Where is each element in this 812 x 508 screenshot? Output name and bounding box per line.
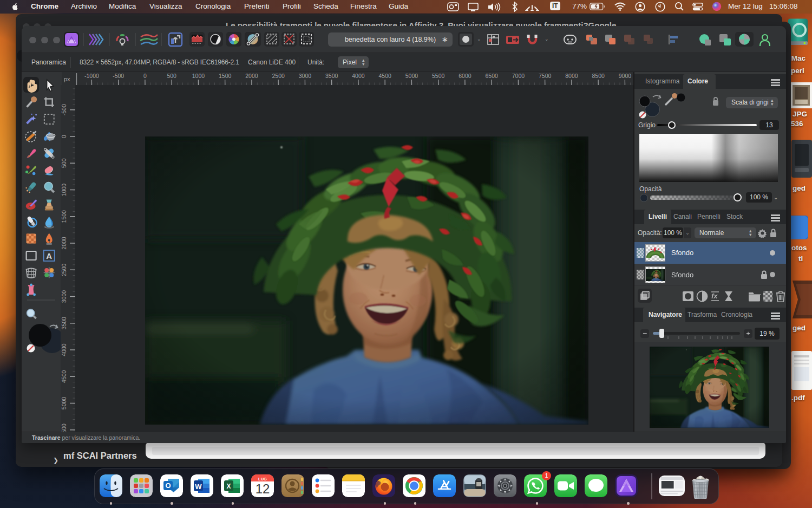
svg-text:0: 0 xyxy=(61,135,67,138)
svg-text:7500: 7500 xyxy=(539,73,552,79)
svg-text:5500: 5500 xyxy=(432,73,445,79)
svg-text:1000: 1000 xyxy=(61,184,67,197)
svg-text:2000: 2000 xyxy=(245,73,258,79)
svg-text:X: X xyxy=(226,483,231,490)
svg-text:2500: 2500 xyxy=(272,73,285,79)
svg-text:-500: -500 xyxy=(61,104,67,115)
svg-text:A: A xyxy=(46,251,52,260)
svg-text:1500: 1500 xyxy=(61,210,67,223)
svg-text:2500: 2500 xyxy=(61,263,67,276)
svg-text:5500: 5500 xyxy=(61,424,67,432)
svg-text:500: 500 xyxy=(61,158,67,168)
svg-text:6000: 6000 xyxy=(459,73,472,79)
svg-text:O: O xyxy=(165,481,171,490)
svg-text:4500: 4500 xyxy=(378,73,391,79)
svg-text:3000: 3000 xyxy=(61,290,67,303)
svg-text:-1000: -1000 xyxy=(84,73,99,79)
svg-text:LUG: LUG xyxy=(258,477,267,481)
svg-text:4000: 4000 xyxy=(61,343,67,356)
svg-text:-500: -500 xyxy=(113,73,124,79)
svg-text:5000: 5000 xyxy=(405,73,418,79)
svg-text:1500: 1500 xyxy=(219,73,232,79)
svg-text:5000: 5000 xyxy=(61,397,67,410)
svg-text:4000: 4000 xyxy=(352,73,365,79)
svg-text:6500: 6500 xyxy=(485,73,498,79)
svg-text:8500: 8500 xyxy=(592,73,605,79)
svg-text:3000: 3000 xyxy=(299,73,312,79)
svg-text:3500: 3500 xyxy=(61,317,67,330)
svg-text:8000: 8000 xyxy=(565,73,578,79)
svg-text:0: 0 xyxy=(143,73,147,79)
svg-text:1000: 1000 xyxy=(192,73,205,79)
svg-text:3500: 3500 xyxy=(325,73,338,79)
svg-text:500: 500 xyxy=(167,73,176,79)
svg-text:fx: fx xyxy=(711,292,718,300)
svg-text:4500: 4500 xyxy=(61,370,67,383)
svg-text:W: W xyxy=(195,483,202,491)
svg-text:7000: 7000 xyxy=(512,73,525,79)
svg-text:12: 12 xyxy=(256,481,270,496)
svg-text:9000: 9000 xyxy=(619,73,632,79)
svg-text:2000: 2000 xyxy=(61,237,67,250)
